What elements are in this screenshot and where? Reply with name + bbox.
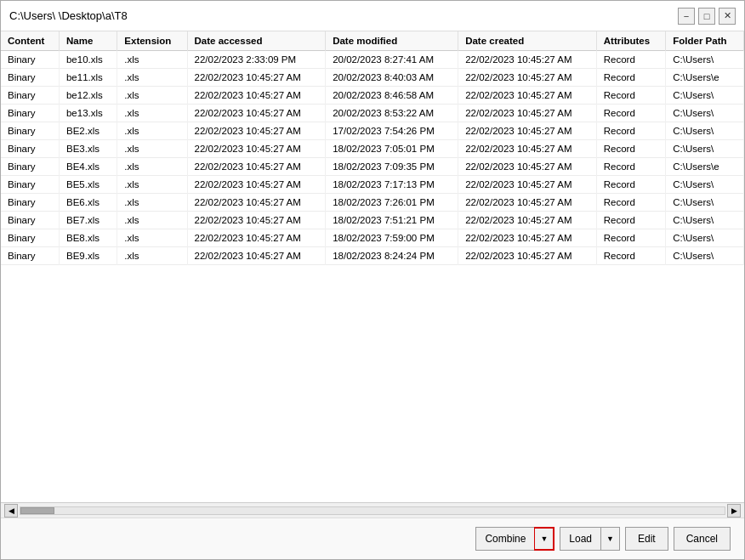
cell-date_accessed: 22/02/2023 2:33:09 PM xyxy=(187,51,326,69)
cell-name: BE9.xls xyxy=(59,247,117,265)
cell-name: BE6.xls xyxy=(59,194,117,212)
table-row[interactable]: BinaryBE2.xls.xls22/02/2023 10:45:27 AM1… xyxy=(1,122,744,140)
cell-folder_path: C:\Users\ xyxy=(666,51,744,69)
cell-extension: .xls xyxy=(117,51,187,69)
cell-attributes: Record xyxy=(596,212,665,229)
col-date-created: Date created xyxy=(458,31,597,51)
col-folder-path: Folder Path xyxy=(666,31,744,51)
cell-date_created: 22/02/2023 10:45:27 AM xyxy=(458,69,597,87)
table-row[interactable]: BinaryBE5.xls.xls22/02/2023 10:45:27 AM1… xyxy=(1,176,744,194)
cell-attributes: Record xyxy=(596,51,665,69)
cell-attributes: Record xyxy=(596,105,665,122)
cell-date_created: 22/02/2023 10:45:27 AM xyxy=(458,87,597,105)
cell-content: Binary xyxy=(1,247,59,265)
close-button[interactable]: ✕ xyxy=(719,8,736,25)
cell-name: be13.xls xyxy=(59,105,117,122)
cell-date_modified: 18/02/2023 7:09:35 PM xyxy=(326,158,458,176)
table-row[interactable]: BinaryBE7.xls.xls22/02/2023 10:45:27 AM1… xyxy=(1,212,744,229)
cell-folder_path: C:\Users\ xyxy=(666,140,744,158)
cell-date_modified: 20/02/2023 8:53:22 AM xyxy=(326,105,458,122)
cancel-button[interactable]: Cancel xyxy=(674,527,731,551)
table-header-row: Content Name Extension Date accessed Dat… xyxy=(1,31,744,51)
scroll-left-button[interactable]: ◀ xyxy=(4,504,18,518)
cell-folder_path: C:\Users\ xyxy=(666,87,744,105)
cell-date_created: 22/02/2023 10:45:27 AM xyxy=(458,194,597,212)
cell-attributes: Record xyxy=(596,140,665,158)
cell-content: Binary xyxy=(1,51,59,69)
col-extension: Extension xyxy=(117,31,187,51)
col-date-accessed: Date accessed xyxy=(187,31,326,51)
cell-extension: .xls xyxy=(117,105,187,122)
file-table-container: Content Name Extension Date accessed Dat… xyxy=(1,31,744,502)
maximize-button[interactable]: □ xyxy=(698,8,715,25)
cell-name: BE5.xls xyxy=(59,176,117,194)
table-row[interactable]: Binarybe13.xls.xls22/02/2023 10:45:27 AM… xyxy=(1,105,744,122)
table-row[interactable]: Binarybe10.xls.xls22/02/2023 2:33:09 PM2… xyxy=(1,51,744,69)
cell-date_modified: 18/02/2023 7:26:01 PM xyxy=(326,194,458,212)
cell-folder_path: C:\Users\ xyxy=(666,229,744,247)
cell-name: BE7.xls xyxy=(59,212,117,229)
main-window: C:\Users\ \Desktop\a\T8 − □ ✕ Content Na… xyxy=(0,0,745,560)
cell-attributes: Record xyxy=(596,69,665,87)
cell-date_created: 22/02/2023 10:45:27 AM xyxy=(458,158,597,176)
title-bar: C:\Users\ \Desktop\a\T8 − □ ✕ xyxy=(1,1,744,31)
cell-date_modified: 18/02/2023 7:51:21 PM xyxy=(326,212,458,229)
horizontal-scrollbar[interactable]: ◀ ▶ xyxy=(1,502,744,518)
scroll-thumb[interactable] xyxy=(20,507,54,514)
combine-button[interactable]: Combine xyxy=(475,527,534,551)
load-button[interactable]: Load xyxy=(560,527,600,551)
load-button-group[interactable]: Load ▼ xyxy=(560,527,620,551)
combine-button-group[interactable]: Combine ▼ xyxy=(475,527,554,551)
cell-folder_path: C:\Users\ xyxy=(666,194,744,212)
table-row[interactable]: Binarybe12.xls.xls22/02/2023 10:45:27 AM… xyxy=(1,87,744,105)
cell-date_created: 22/02/2023 10:45:27 AM xyxy=(458,229,597,247)
cell-date_created: 22/02/2023 10:45:27 AM xyxy=(458,140,597,158)
col-attributes: Attributes xyxy=(596,31,665,51)
load-dropdown-arrow[interactable]: ▼ xyxy=(600,527,620,551)
cell-content: Binary xyxy=(1,176,59,194)
cell-extension: .xls xyxy=(117,247,187,265)
cell-date_accessed: 22/02/2023 10:45:27 AM xyxy=(187,212,326,229)
cell-folder_path: C:\Users\ xyxy=(666,122,744,140)
scroll-right-button[interactable]: ▶ xyxy=(727,504,741,518)
window-controls: − □ ✕ xyxy=(678,8,736,25)
window-title: C:\Users\ \Desktop\a\T8 xyxy=(9,9,128,22)
cell-attributes: Record xyxy=(596,194,665,212)
cell-date_modified: 20/02/2023 8:40:03 AM xyxy=(326,69,458,87)
cell-date_modified: 18/02/2023 7:17:13 PM xyxy=(326,176,458,194)
cell-date_created: 22/02/2023 10:45:27 AM xyxy=(458,122,597,140)
cell-content: Binary xyxy=(1,87,59,105)
cell-name: be11.xls xyxy=(59,69,117,87)
edit-button[interactable]: Edit xyxy=(625,527,668,551)
cell-date_modified: 20/02/2023 8:27:41 AM xyxy=(326,51,458,69)
col-content: Content xyxy=(1,31,59,51)
table-row[interactable]: BinaryBE4.xls.xls22/02/2023 10:45:27 AM1… xyxy=(1,158,744,176)
cell-extension: .xls xyxy=(117,158,187,176)
col-date-modified: Date modified xyxy=(326,31,458,51)
cell-date_created: 22/02/2023 10:45:27 AM xyxy=(458,212,597,229)
table-row[interactable]: Binarybe11.xls.xls22/02/2023 10:45:27 AM… xyxy=(1,69,744,87)
cell-attributes: Record xyxy=(596,87,665,105)
table-row[interactable]: BinaryBE3.xls.xls22/02/2023 10:45:27 AM1… xyxy=(1,140,744,158)
table-row[interactable]: BinaryBE8.xls.xls22/02/2023 10:45:27 AM1… xyxy=(1,229,744,247)
cell-date_modified: 18/02/2023 7:05:01 PM xyxy=(326,140,458,158)
combine-dropdown-arrow[interactable]: ▼ xyxy=(534,527,554,551)
cell-folder_path: C:\Users\ xyxy=(666,105,744,122)
cell-date_accessed: 22/02/2023 10:45:27 AM xyxy=(187,229,326,247)
table-row[interactable]: BinaryBE6.xls.xls22/02/2023 10:45:27 AM1… xyxy=(1,194,744,212)
cell-content: Binary xyxy=(1,229,59,247)
cell-extension: .xls xyxy=(117,140,187,158)
cell-attributes: Record xyxy=(596,176,665,194)
cell-date_accessed: 22/02/2023 10:45:27 AM xyxy=(187,122,326,140)
cell-content: Binary xyxy=(1,194,59,212)
cell-date_accessed: 22/02/2023 10:45:27 AM xyxy=(187,176,326,194)
cell-attributes: Record xyxy=(596,229,665,247)
cell-folder_path: C:\Users\ xyxy=(666,247,744,265)
cell-date_accessed: 22/02/2023 10:45:27 AM xyxy=(187,87,326,105)
cell-date_accessed: 22/02/2023 10:45:27 AM xyxy=(187,69,326,87)
scroll-track[interactable] xyxy=(20,506,725,515)
cell-extension: .xls xyxy=(117,176,187,194)
footer: Combine ▼ Load ▼ Edit Cancel xyxy=(1,518,744,559)
table-row[interactable]: BinaryBE9.xls.xls22/02/2023 10:45:27 AM1… xyxy=(1,247,744,265)
minimize-button[interactable]: − xyxy=(678,8,695,25)
